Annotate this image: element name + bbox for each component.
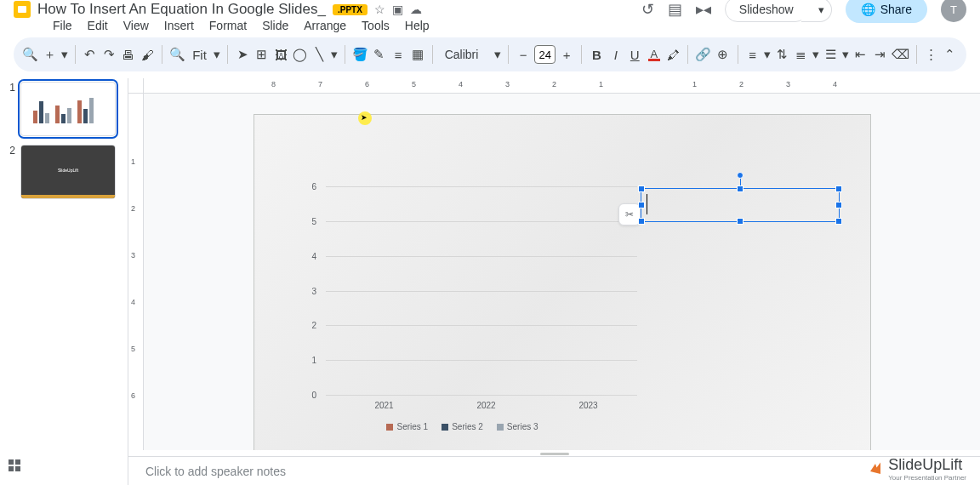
- paint-format-button[interactable]: 🖌: [140, 43, 155, 66]
- new-slide-dropdown[interactable]: ▾: [60, 43, 68, 66]
- bold-button[interactable]: B: [589, 43, 604, 66]
- highlight-button[interactable]: 🖍: [665, 43, 681, 66]
- legend-item: Series 1: [386, 422, 428, 431]
- font-size-input[interactable]: 24: [534, 45, 556, 64]
- border-dash-button[interactable]: ▦: [409, 43, 424, 66]
- slides-logo-icon[interactable]: [14, 1, 31, 18]
- italic-button[interactable]: I: [608, 43, 624, 66]
- text-color-button[interactable]: A: [647, 43, 662, 66]
- add-comment-button[interactable]: ⊕: [715, 43, 730, 66]
- svg-rect-1: [15, 459, 20, 465]
- pptx-badge: .PPTX: [333, 4, 368, 15]
- star-icon[interactable]: ☆: [374, 3, 385, 16]
- horizontal-ruler[interactable]: 876543211234: [144, 78, 980, 94]
- resize-handle[interactable]: [835, 185, 842, 192]
- slideuplift-logo-icon: [868, 461, 883, 476]
- border-color-button[interactable]: ✎: [372, 43, 387, 66]
- chart-x-label: 2022: [453, 401, 520, 410]
- zoom-dropdown[interactable]: ▾: [214, 43, 221, 66]
- bulleted-list-button[interactable]: ☰: [823, 43, 839, 66]
- image-tool[interactable]: 🖼: [273, 43, 288, 66]
- bulleted-list-dropdown[interactable]: ▾: [842, 43, 850, 66]
- notes-resize-handle[interactable]: [128, 450, 980, 456]
- watermark: SlideUpLift Your Presentation Partner: [868, 456, 966, 482]
- history-icon[interactable]: ↺: [641, 0, 654, 19]
- explore-grid-icon[interactable]: [9, 459, 22, 476]
- bar-chart[interactable]: 0123456202120222023 Series 1Series 2Seri…: [288, 186, 637, 433]
- textbox-tool[interactable]: ⊞: [254, 43, 270, 66]
- thumb-chart-icon: [33, 93, 106, 123]
- menu-tools[interactable]: Tools: [355, 17, 396, 34]
- resize-handle[interactable]: [835, 202, 842, 208]
- slide-canvas[interactable]: 0123456202120222023 Series 1Series 2Seri…: [254, 114, 871, 450]
- svg-rect-3: [15, 466, 20, 471]
- document-title[interactable]: How To Insert An Equation In Google Slid…: [37, 1, 326, 18]
- new-slide-button[interactable]: ＋: [42, 43, 57, 66]
- chart-x-label: 2023: [556, 401, 622, 410]
- ruler-corner: [128, 78, 144, 94]
- select-tool[interactable]: ➤: [235, 43, 250, 66]
- zoom-button[interactable]: 🔍: [169, 43, 185, 66]
- underline-button[interactable]: U: [627, 43, 642, 66]
- redo-button[interactable]: ↷: [101, 43, 117, 66]
- insert-link-button[interactable]: 🔗: [695, 43, 711, 66]
- menu-slide[interactable]: Slide: [255, 17, 295, 34]
- text-caret: [647, 194, 647, 214]
- move-folder-icon[interactable]: ▣: [392, 3, 403, 16]
- slide-thumbnail-2[interactable]: SlideUpLift: [20, 145, 116, 199]
- resize-handle[interactable]: [737, 218, 744, 225]
- canvas-viewport[interactable]: 0123456202120222023 Series 1Series 2Seri…: [144, 94, 980, 450]
- line-spacing-button[interactable]: ⇅: [774, 43, 789, 66]
- shape-tool[interactable]: ◯: [292, 43, 307, 66]
- speaker-notes[interactable]: Click to add speaker notes SlideUpLift Y…: [128, 456, 980, 485]
- menu-help[interactable]: Help: [398, 17, 436, 34]
- line-tool[interactable]: ╲: [311, 43, 327, 66]
- numbered-list-button[interactable]: ≣: [794, 43, 809, 66]
- rotate-handle[interactable]: [737, 172, 744, 179]
- align-button[interactable]: ≡: [744, 43, 760, 66]
- slide-number: 1: [7, 82, 15, 94]
- toolbar: 🔍 ＋ ▾ ↶ ↷ 🖶 🖌 🔍 Fit ▾ ➤ ⊞ 🖼 ◯ ╲ ▾ 🪣 ✎ ≡ …: [14, 37, 966, 71]
- legend-item: Series 3: [497, 422, 538, 431]
- chart-x-label: 2021: [351, 401, 418, 410]
- menu-arrange[interactable]: Arrange: [297, 17, 353, 34]
- resize-handle[interactable]: [737, 185, 744, 192]
- increase-font-button[interactable]: +: [559, 43, 574, 66]
- menu-view[interactable]: View: [117, 17, 156, 34]
- slide-thumbnail-1[interactable]: [20, 82, 116, 136]
- collapse-toolbar-button[interactable]: ⌃: [943, 43, 958, 66]
- speaker-notes-placeholder: Click to add speaker notes: [145, 465, 286, 478]
- cloud-status-icon[interactable]: ☁: [410, 3, 422, 16]
- fill-color-button[interactable]: 🪣: [352, 43, 368, 66]
- font-family-select[interactable]: Calibri: [440, 48, 491, 61]
- resize-handle[interactable]: [835, 218, 842, 225]
- undo-button[interactable]: ↶: [83, 43, 98, 66]
- increase-indent-button[interactable]: ⇥: [872, 43, 887, 66]
- menu-format[interactable]: Format: [202, 17, 254, 34]
- vertical-ruler[interactable]: 123456: [128, 94, 144, 450]
- cursor-highlight-icon: ➤: [358, 111, 372, 125]
- align-dropdown[interactable]: ▾: [764, 43, 772, 66]
- decrease-font-button[interactable]: −: [516, 43, 531, 66]
- border-weight-button[interactable]: ≡: [390, 43, 406, 66]
- menu-edit[interactable]: Edit: [81, 17, 115, 34]
- line-dropdown[interactable]: ▾: [330, 43, 338, 66]
- text-box[interactable]: [641, 188, 840, 222]
- meet-icon[interactable]: ▸◂: [696, 0, 711, 19]
- more-tools-button[interactable]: ⋮: [923, 43, 938, 66]
- menu-file[interactable]: File: [46, 17, 79, 34]
- menu-insert[interactable]: Insert: [157, 17, 201, 34]
- numbered-list-dropdown[interactable]: ▾: [812, 43, 820, 66]
- decrease-indent-button[interactable]: ⇤: [853, 43, 869, 66]
- legend-item: Series 2: [442, 422, 483, 431]
- resize-handle[interactable]: [638, 218, 645, 225]
- title-bar: How To Insert An Equation In Google Slid…: [0, 0, 980, 19]
- print-button[interactable]: 🖶: [121, 43, 136, 66]
- comments-icon[interactable]: ▤: [668, 0, 682, 19]
- search-menus-icon[interactable]: 🔍: [22, 43, 38, 66]
- resize-handle[interactable]: [638, 185, 645, 192]
- resize-handle[interactable]: [638, 202, 645, 208]
- font-dropdown[interactable]: ▾: [494, 43, 502, 66]
- clear-formatting-button[interactable]: ⌫: [892, 43, 909, 66]
- zoom-level[interactable]: Fit: [189, 43, 210, 66]
